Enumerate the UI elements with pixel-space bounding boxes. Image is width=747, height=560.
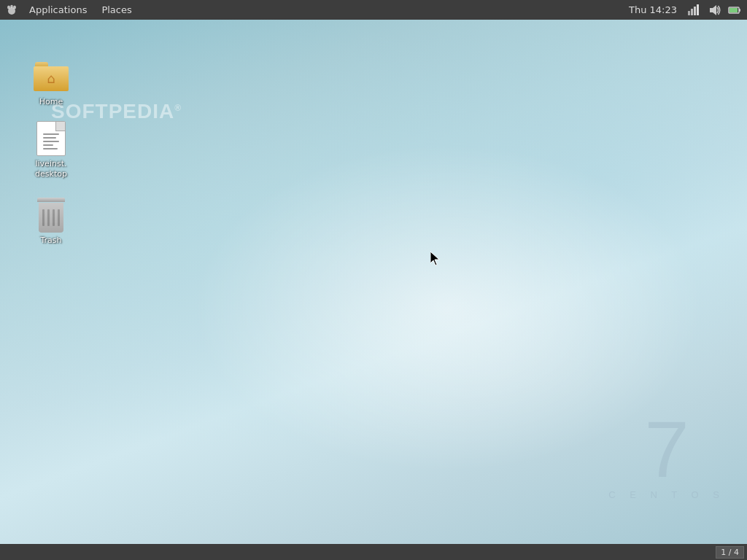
volume-icon[interactable] bbox=[706, 0, 722, 20]
centos-version-number: 7 bbox=[608, 409, 725, 489]
svg-marker-12 bbox=[430, 252, 439, 265]
svg-rect-5 bbox=[691, 9, 693, 15]
svg-point-2 bbox=[10, 4, 13, 7]
panel-right: Thu 14:23 bbox=[624, 0, 747, 20]
applications-menu[interactable]: Applications bbox=[22, 0, 94, 20]
trash-icon[interactable]: Trash bbox=[22, 195, 80, 249]
centos-brand-text: C E N T O S bbox=[608, 489, 725, 500]
home-folder-icon[interactable]: ⌂ Home bbox=[22, 56, 80, 110]
svg-point-1 bbox=[7, 5, 10, 9]
liveinst-file-image bbox=[34, 121, 69, 156]
liveinst-file-icon[interactable]: liveinst. desktop bbox=[22, 118, 80, 183]
svg-point-3 bbox=[13, 5, 16, 9]
home-folder-image: ⌂ bbox=[34, 59, 69, 94]
svg-rect-4 bbox=[688, 11, 690, 15]
centos-logo: 7 C E N T O S bbox=[608, 409, 725, 500]
top-panel: Applications Places Thu 14:23 bbox=[0, 0, 747, 20]
desktop: SOFTPEDIA® ⌂ Home bbox=[0, 20, 747, 544]
gnome-foot-icon[interactable] bbox=[4, 3, 19, 18]
network-icon[interactable] bbox=[686, 0, 702, 20]
trash-label: Trash bbox=[40, 236, 61, 246]
liveinst-file-label: liveinst. desktop bbox=[35, 159, 67, 180]
clock-display[interactable]: Thu 14:23 bbox=[624, 0, 681, 20]
svg-rect-11 bbox=[729, 8, 738, 12]
svg-rect-10 bbox=[739, 9, 740, 12]
panel-left: Applications Places bbox=[0, 0, 139, 20]
workspace-switcher[interactable]: 1 / 4 bbox=[716, 546, 744, 559]
places-menu[interactable]: Places bbox=[94, 0, 139, 20]
trash-image bbox=[34, 198, 69, 233]
home-folder-label: Home bbox=[39, 97, 63, 107]
mouse-cursor bbox=[430, 252, 441, 269]
svg-rect-7 bbox=[697, 4, 699, 15]
svg-rect-6 bbox=[694, 7, 696, 15]
svg-marker-8 bbox=[710, 5, 716, 15]
bottom-panel: 1 / 4 bbox=[0, 544, 747, 560]
battery-icon[interactable] bbox=[727, 0, 743, 20]
